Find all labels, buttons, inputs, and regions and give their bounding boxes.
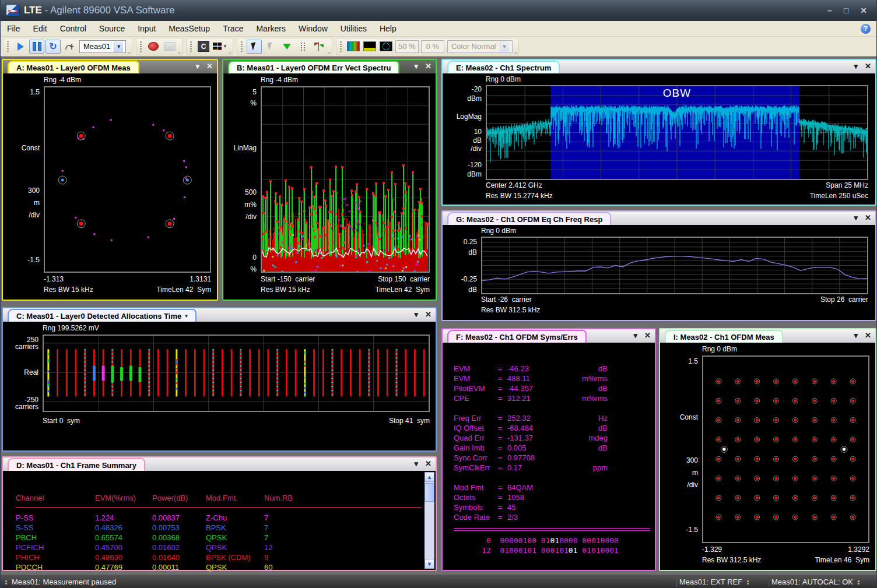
panel-menu-icon[interactable]: ▾ [854,62,858,71]
panel-e-tab[interactable]: E: Meas02 - Ch1 Spectrum [447,61,560,73]
menu-item-input[interactable]: Input [131,22,162,35]
constellation-plot-i[interactable] [702,355,869,543]
panel-close-icon[interactable]: ✕ [206,62,213,71]
single-sweep-button[interactable] [62,40,77,54]
error-vector-spectrum-plot[interactable] [261,86,430,273]
panel-close-icon[interactable]: ✕ [425,459,432,469]
allocations-plot[interactable] [43,335,430,412]
group-overflow-icon[interactable]: ⌄ [327,50,331,55]
window-title-app: LTE [24,5,42,16]
help-icon[interactable]: ? [861,24,871,34]
readout-unit: dB [571,364,608,373]
equals-sign: = [498,493,507,502]
panel-d-tab[interactable]: D: Meas01 - Ch1 Frame Summary [8,458,145,471]
offset-percent-field[interactable]: 0 % [421,40,444,53]
panel-menu-icon[interactable]: ▾ [415,310,419,319]
table-row[interactable]: S-SS0.483260.00753BPSK7 [16,523,422,533]
group-grip-icon[interactable] [190,41,192,52]
timelen-label: TimeLen 46 Sym [815,556,869,566]
panel-menu-icon[interactable]: ▾ [634,331,638,340]
panel-f-tab[interactable]: F: Meas02 - Ch1 OFDM Syms/Errs [447,330,587,343]
spectrogram-button[interactable] [346,40,361,54]
close-icon[interactable]: ✕ [860,6,867,15]
constellation-plot-a[interactable] [44,86,211,273]
menu-item-edit[interactable]: Edit [27,22,54,35]
group-overflow-icon[interactable]: ⌄ [127,50,131,55]
menu-item-control[interactable]: Control [54,22,93,35]
axis-tick-label: m% [244,200,257,209]
table-row[interactable]: P-SS1.2240.00837Z-Chu7 [16,513,422,523]
panel-menu-icon[interactable]: ▾ [196,62,200,71]
status-spinner-icon[interactable]: ▲▼ [746,579,750,585]
pointer-button[interactable] [247,40,262,54]
panel-close-icon[interactable]: ✕ [425,62,432,71]
panel-close-icon[interactable]: ✕ [865,62,871,71]
trace-layout-button[interactable]: ▼ [212,40,228,54]
group-grip-icon[interactable] [241,41,243,52]
panel-b-tab[interactable]: B: Meas01 - Layer0 OFDM Err Vect Spectru [228,61,399,73]
table-row[interactable]: PBCH0.655740.00368QPSK7 [16,533,422,543]
panel-menu-icon[interactable]: ▾ [854,213,858,223]
x-stop-label: Stop 150 carrier [378,275,430,286]
panel-c-tab[interactable]: C: Meas01 - Layer0 Detected Allocations … [8,309,197,322]
panel-close-icon[interactable]: ✕ [865,213,871,223]
record-icon [148,42,159,51]
marker-to-peak-button[interactable] [263,40,278,54]
panel-close-icon[interactable]: ✕ [865,331,871,340]
menu-item-window[interactable]: Window [292,22,334,35]
eye-diagram-button[interactable] [378,40,394,54]
play-button[interactable] [13,40,28,54]
scroll-up-icon[interactable]: ▲ [425,472,434,482]
panel-close-icon[interactable]: ✕ [644,331,651,340]
maximize-icon[interactable]: □ [844,6,848,15]
menu-item-help[interactable]: Help [373,22,403,35]
band-marker-button[interactable] [296,40,311,54]
status-spinner-icon[interactable]: ▲▼ [4,579,8,585]
group-grip-icon[interactable] [340,41,342,52]
table-row[interactable]: PCFICH0.457000.01602QPSK12 [16,543,422,552]
readout-unit: Hz [571,414,608,422]
panel-close-icon[interactable]: ✕ [425,310,432,319]
scroll-thumb[interactable] [425,483,434,502]
group-grip-icon[interactable] [140,41,142,52]
panel-menu-icon[interactable]: ▾ [854,331,858,340]
toolbar: ↻ Meas01 ▼ ⌄ ⌄ C ▼ ⌄ [1,37,876,57]
display-capture-button[interactable] [162,40,177,54]
status-spinner-icon[interactable]: ▲▼ [857,579,861,585]
panel-g-tab[interactable]: G: Meas02 - Ch1 OFDM Eq Ch Freq Resp [447,212,611,225]
pause-button[interactable] [29,40,44,54]
readout-label: CPE [454,394,498,403]
panel-a-tab[interactable]: A: Meas01 - Layer0 OFDM Meas [8,61,139,73]
tab-dropdown-icon[interactable]: ▾ [185,313,188,319]
spectrum-display-button[interactable] [362,40,377,54]
freq-resp-plot[interactable] [481,237,868,294]
measurement-select[interactable]: Meas01 ▼ [79,40,126,53]
coupled-marker-button[interactable] [312,40,327,54]
x-stop-label: Stop 41 sym [389,417,430,427]
panel-menu-icon[interactable]: ▾ [415,459,419,469]
spectrum-plot[interactable]: OBW [486,85,868,180]
color-mode-select[interactable]: Color Normal ▼ [447,40,513,53]
restart-button[interactable]: ↻ [45,40,61,54]
correction-button[interactable]: C [196,40,211,54]
table-row[interactable]: PHICH0.486300.01640BPSK (CDM)9 [16,552,422,562]
group-overflow-icon[interactable]: ⌄ [177,50,181,55]
menu-item-utilities[interactable]: Utilities [334,22,373,35]
table-row[interactable]: PDCCH0.477690.00011QPSK60 [16,562,422,572]
zoom-percent-field[interactable]: 50 % [395,40,419,53]
panel-menu-icon[interactable]: ▾ [415,62,419,71]
group-grip-icon[interactable] [7,41,9,52]
scroll-down-icon[interactable]: ▼ [425,559,434,569]
minimize-icon[interactable]: – [827,6,832,15]
marker-button[interactable] [279,40,294,54]
menu-item-meassetup[interactable]: MeasSetup [162,22,216,35]
group-overflow-icon[interactable]: ⌄ [228,50,232,55]
group-overflow-icon[interactable]: ⌄ [514,50,518,55]
menu-item-source[interactable]: Source [93,22,131,35]
readout-label: IQ Offset [454,424,498,432]
panel-i-tab[interactable]: I: Meas02 - Ch1 OFDM Meas [665,330,783,343]
menu-item-trace[interactable]: Trace [216,22,250,35]
record-button[interactable] [146,40,161,54]
menu-item-file[interactable]: File [1,22,27,35]
menu-item-markers[interactable]: Markers [250,22,292,35]
